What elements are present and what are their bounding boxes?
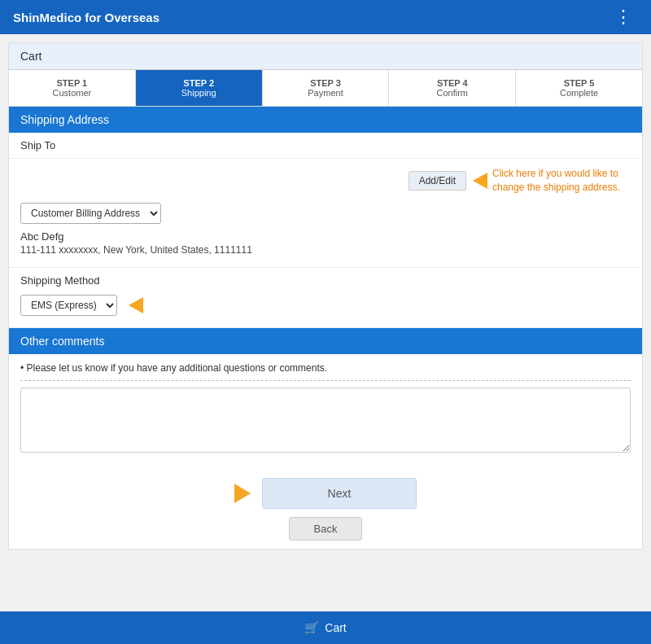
step-2[interactable]: STEP 2 Shipping: [136, 70, 263, 106]
other-comments-header: Other comments: [9, 328, 642, 354]
ship-to-label: Ship To: [20, 139, 55, 151]
shipping-address-title: Shipping Address: [20, 113, 109, 126]
steps-bar: STEP 1 Customer STEP 2 Shipping STEP 3 P…: [9, 70, 642, 107]
address-detail: 111-111 xxxxxxxx, New York, United State…: [20, 244, 631, 256]
bottom-cart-label: Cart: [325, 621, 346, 634]
ship-to-row: Ship To: [9, 133, 642, 159]
comments-hint: • Please let us know if you have any add…: [20, 362, 631, 381]
next-row: Next: [234, 478, 417, 509]
add-edit-button[interactable]: Add/Edit: [409, 171, 466, 191]
shipping-method-row: EMS (Express) Standard Mail: [20, 295, 631, 316]
comments-textarea[interactable]: [20, 388, 631, 453]
back-button[interactable]: Back: [289, 517, 363, 541]
step-4-num: STEP 4: [393, 78, 511, 88]
shipping-address-header: Shipping Address: [9, 107, 642, 133]
shipping-method-select[interactable]: EMS (Express) Standard Mail: [20, 295, 117, 316]
buttons-row: Next Back: [9, 467, 642, 549]
address-name: Abc Defg: [20, 230, 631, 243]
address-hint-text: Click here if you would like to change t…: [492, 167, 631, 195]
step-5-label: Complete: [520, 88, 638, 98]
three-dots-icon: ⋮: [614, 8, 633, 26]
cart-title: Cart: [20, 50, 42, 63]
step-5-num: STEP 5: [520, 78, 638, 88]
app-title: ShinMedico for Overseas: [13, 11, 159, 24]
step-1-num: STEP 1: [13, 78, 131, 88]
address-select[interactable]: Customer Billing Address: [20, 203, 161, 224]
top-header: ShinMedico for Overseas ⋮: [0, 0, 651, 34]
address-select-wrapper: Customer Billing Address: [20, 203, 631, 230]
cart-icon: 🛒: [304, 620, 320, 635]
comments-body: • Please let us know if you have any add…: [9, 354, 642, 467]
arrow-right-icon: [473, 173, 487, 189]
bottom-bar: 🛒 Cart: [0, 611, 651, 644]
main-content: Cart STEP 1 Customer STEP 2 Shipping STE…: [8, 42, 643, 550]
shipping-method-label: Shipping Method: [20, 274, 631, 287]
arrow-hint-container: Click here if you would like to change t…: [473, 167, 631, 195]
step-3[interactable]: STEP 3 Payment: [263, 70, 390, 106]
step-4[interactable]: STEP 4 Confirm: [389, 70, 516, 106]
address-area: Add/Edit Click here if you would like to…: [9, 159, 642, 268]
step-1[interactable]: STEP 1 Customer: [9, 70, 136, 106]
step-4-label: Confirm: [393, 88, 511, 98]
step-1-label: Customer: [13, 88, 131, 98]
other-comments-title: Other comments: [20, 335, 104, 348]
next-button[interactable]: Next: [262, 478, 417, 509]
shipping-method-section: Shipping Method EMS (Express) Standard M…: [9, 268, 642, 328]
cart-title-bar: Cart: [9, 43, 642, 70]
step-3-num: STEP 3: [267, 78, 385, 88]
shipping-arrow-icon: [129, 297, 143, 313]
next-arrow-icon: [234, 484, 251, 503]
step-3-label: Payment: [267, 88, 385, 98]
step-2-num: STEP 2: [140, 78, 258, 88]
step-2-label: Shipping: [140, 88, 258, 98]
add-edit-row: Add/Edit Click here if you would like to…: [20, 167, 631, 195]
other-comments-section: Other comments • Please let us know if y…: [9, 328, 642, 467]
step-5[interactable]: STEP 5 Complete: [516, 70, 642, 106]
menu-button[interactable]: ⋮: [609, 8, 638, 26]
